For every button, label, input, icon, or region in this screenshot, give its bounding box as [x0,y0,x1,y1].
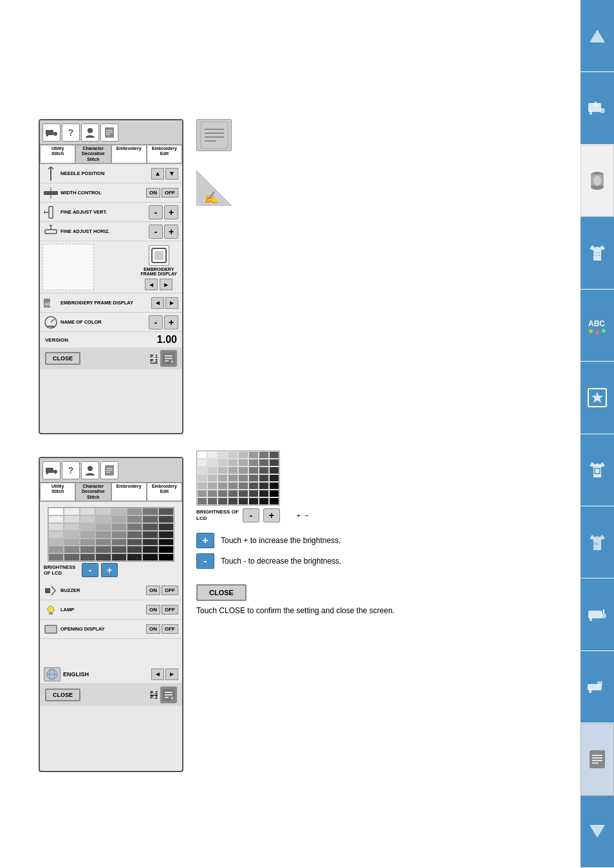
lcd-cell [111,539,127,546]
lamp-onoff: ON OFF [146,605,178,614]
name-of-color-controls: ◄ ► [151,297,178,309]
lcd-cell [95,546,111,553]
frame-icon-col: EMBROIDERYFRAME DISPLAY ◄ ► [140,245,177,290]
panel1-page-icon[interactable] [160,350,177,367]
buzzer-off-btn[interactable]: OFF [162,586,178,595]
buzzer-onoff: ON OFF [146,586,178,595]
sidebar-tab-machine3[interactable] [581,651,614,723]
svg-text:ABC: ABC [44,302,53,306]
lamp-on-btn[interactable]: ON [146,605,160,614]
speed-minus-btn[interactable]: - [149,315,163,329]
fine-adjust-horiz-label: FINE ADJUST HORIZ. [60,228,149,234]
width-off-btn[interactable]: OFF [162,188,178,198]
lcd-cell [48,508,64,515]
lcd-cell [64,546,79,553]
lg-cell [238,497,248,505]
panel1-footer: CLOSE P. 1P. 2 [40,347,182,369]
needle-up-btn[interactable]: ▲ [151,168,164,180]
lcd-cell [111,508,127,515]
tab-embroidery[interactable]: Embroidery [111,145,147,163]
star-frame-icon [586,386,609,409]
p2-tab-embroidery[interactable]: Embroidery [111,483,147,501]
row-language: ENGLISH ◄ ► [40,665,182,684]
large-brightness-minus-btn[interactable]: - [243,508,259,522]
svg-rect-83 [201,122,228,149]
lang-prev-btn[interactable]: ◄ [151,669,164,680]
lamp-off-btn[interactable]: OFF [162,605,178,614]
close-desc-text: Touch CLOSE to confirm the setting and c… [196,605,563,617]
lg-cell [228,451,238,459]
fine-horiz-minus-btn[interactable]: - [149,225,163,239]
panel1-question-icon[interactable]: ? [62,124,80,142]
color-prev-btn[interactable]: ◄ [151,297,164,309]
lg-cell [207,474,218,482]
sidebar-tab-abc[interactable]: ABC [581,290,614,362]
width-on-btn[interactable]: ON [146,188,160,198]
opening-on-btn[interactable]: ON [146,624,160,634]
lcd-cell [64,553,79,561]
minus-symbol-ref: − [304,512,308,519]
lg-cell [197,490,207,497]
panel2-footer: CLOSE P. 2P. 2 [40,684,182,706]
sidebar-tab-shirt-iron[interactable] [581,434,614,506]
lang-next-btn[interactable]: ► [165,669,178,680]
sidebar-tab-star[interactable] [581,362,614,434]
panel2-doc-icon [100,461,118,479]
desc-plus-btn[interactable]: + [196,533,214,548]
p2-tab-embroidery-edit[interactable]: EmbroideryEdit [147,483,182,501]
sidebar-tab-thread[interactable] [581,145,614,217]
svg-point-20 [601,613,606,618]
svg-text:ABC: ABC [588,319,605,328]
panel2-close-btn[interactable]: CLOSE [45,688,80,701]
lcd-cell [48,523,64,531]
needle-down-btn[interactable]: ▼ [165,168,178,180]
color-next-btn[interactable]: ► [165,297,178,309]
svg-point-8 [593,176,601,186]
fine-vert-minus-btn[interactable]: - [149,205,163,219]
close-large-btn[interactable]: CLOSE [196,584,247,601]
sidebar-tab-machine2[interactable] [581,578,614,651]
close-btn-section: CLOSE [196,579,563,601]
frame-prev-btn[interactable]: ◄ [145,279,158,290]
lamp-icon [44,603,58,617]
lg-cell [269,490,279,497]
sidebar-tab-shirt-scissors[interactable]: ✂ [581,506,614,578]
fine-horiz-plus-btn[interactable]: + [164,225,178,239]
opening-off-btn[interactable]: OFF [162,624,178,634]
brightness-plus-btn[interactable]: + [101,563,118,577]
buzzer-on-btn[interactable]: ON [146,586,160,595]
lcd-brightness-section: BRIGHTNESS OFLCD - + + − + Touch + to in… [196,450,563,617]
large-brightness-plus-btn[interactable]: + [263,508,280,522]
panel2-screen: ? UtilityStitch CharacterDecorativeStitc… [39,457,183,772]
fine-vert-plus-btn[interactable]: + [164,205,178,219]
lg-cell [238,490,248,497]
speed-plus-btn[interactable]: + [164,315,178,329]
lg-cell [248,466,259,474]
svg-point-71 [48,606,54,613]
sidebar-tab-shirt-dotted[interactable] [581,217,614,289]
frame-next-btn[interactable]: ► [160,279,172,290]
panel2-question-icon[interactable]: ? [62,461,80,479]
svg-marker-46 [44,210,45,214]
desc-minus-btn[interactable]: - [196,553,214,569]
lg-cell [238,466,248,474]
lcd-cell [142,539,158,546]
tab-embroidery-edit[interactable]: EmbroideryEdit [147,145,182,163]
tab-utility-stitch[interactable]: UtilityStitch [40,145,75,163]
sidebar-tab-document[interactable] [581,723,614,795]
sidebar-tab-sewing[interactable] [581,72,614,144]
panel1-header-icons: ? [42,124,118,142]
panel2-page-icon[interactable] [160,687,177,703]
machine2-icon [586,603,609,626]
p2-tab-character[interactable]: CharacterDecorativeStitch [75,483,111,501]
svg-point-33 [53,132,57,136]
lg-cell [207,497,218,505]
lcd-cell [142,508,158,515]
fine-adjust-vert-controls: - + [149,205,178,219]
p2-tab-utility[interactable]: UtilityStitch [40,483,75,501]
panel1-close-btn[interactable]: CLOSE [45,352,80,365]
brightness-minus-btn[interactable]: - [82,563,98,577]
tab-character-stitch[interactable]: CharacterDecorativeStitch [75,145,111,163]
lcd-cell [142,553,158,561]
svg-rect-3 [595,102,597,107]
